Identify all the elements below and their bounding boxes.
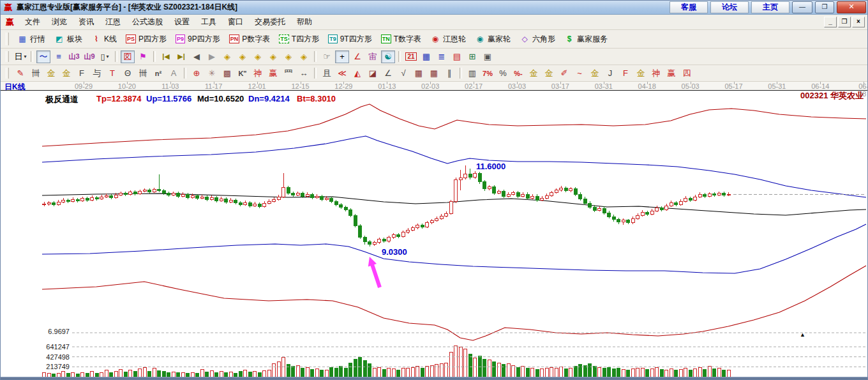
volume-bar — [459, 347, 462, 377]
candle-body — [564, 188, 567, 191]
candle-body — [196, 195, 199, 198]
volume-bar — [378, 367, 381, 377]
volume-bar — [315, 369, 318, 377]
candle-body — [325, 198, 328, 199]
candle-body — [430, 220, 433, 222]
candle-body — [158, 190, 161, 191]
volume-bar — [521, 367, 525, 377]
volume-bar — [593, 366, 596, 377]
candle-body — [560, 188, 563, 190]
candle-body — [550, 192, 553, 195]
candle-body — [574, 189, 577, 195]
candle-body — [373, 243, 376, 245]
scroll-marker-icon[interactable]: ▲ — [800, 331, 805, 338]
volume-bar — [172, 372, 175, 377]
volume-bar — [708, 366, 711, 377]
candle-body — [445, 213, 448, 216]
candle-body — [119, 193, 123, 195]
candle-body — [449, 202, 453, 213]
volume-bar — [507, 363, 510, 377]
candle-body — [220, 199, 223, 201]
window-bottom-edge — [1, 377, 867, 379]
dn-line — [42, 224, 866, 273]
candle-body — [727, 194, 730, 195]
volume-bar — [320, 370, 324, 377]
volume-bar — [646, 369, 649, 377]
candle-body — [483, 182, 486, 189]
candle-body — [225, 199, 228, 202]
volume-bar — [493, 362, 496, 377]
volume-bar — [698, 367, 701, 377]
candle-body — [66, 200, 70, 201]
volume-bar — [569, 369, 572, 377]
candle-body — [694, 197, 697, 200]
legend-item: Md=10.6520 — [197, 94, 244, 103]
chart-canvas[interactable]: 11.60009.0300 — [1, 1, 868, 380]
candle-body — [340, 204, 343, 207]
price-annotation: 11.6000 — [476, 162, 505, 171]
candle-body — [497, 192, 500, 194]
candle-body — [627, 220, 630, 223]
candle-body — [631, 218, 634, 223]
candle-body — [368, 242, 371, 245]
volume-bar — [210, 370, 213, 377]
candle-body — [675, 202, 678, 204]
candle-body — [71, 199, 75, 201]
volume-bar — [421, 369, 424, 377]
volume-bar — [622, 369, 625, 377]
candle-body — [387, 238, 391, 241]
candle-body — [555, 190, 558, 193]
candle-body — [62, 200, 65, 202]
volume-bar — [138, 369, 142, 377]
volume-bar — [694, 369, 697, 377]
volume-bar — [330, 367, 333, 377]
candle-body — [200, 197, 204, 198]
bt-line — [42, 266, 866, 340]
volume-bar — [387, 368, 391, 377]
volume-bar — [143, 367, 146, 377]
volume-bar — [717, 369, 721, 377]
volume-bar — [574, 367, 577, 377]
volume-bar — [407, 368, 410, 377]
candle-body — [579, 194, 582, 199]
candle-body — [378, 239, 381, 243]
candle-body — [416, 225, 419, 228]
candle-body — [229, 200, 232, 202]
volume-bar — [296, 365, 299, 377]
candle-body — [292, 193, 295, 195]
candle-body — [703, 194, 707, 196]
candle-body — [646, 212, 649, 214]
volume-bar — [679, 369, 682, 377]
volume-bar — [583, 365, 587, 377]
volume-bar — [340, 367, 343, 377]
candle-body — [407, 230, 410, 232]
candle-body — [459, 178, 462, 179]
candle-body — [660, 208, 663, 209]
candle-body — [454, 179, 458, 202]
candle-body — [100, 197, 103, 199]
arrow-head — [368, 257, 377, 266]
candle-body — [617, 220, 620, 222]
volume-bar — [273, 363, 276, 377]
volume-bar — [435, 365, 438, 377]
candle-body — [258, 204, 261, 206]
candle-body — [717, 193, 721, 195]
volume-bar — [660, 369, 663, 377]
volume-bar — [445, 363, 448, 377]
volume-bar — [354, 359, 357, 377]
volume-bar — [306, 367, 309, 377]
candle-body — [602, 208, 606, 213]
candle-body — [172, 193, 175, 195]
volume-bar — [239, 371, 242, 377]
candle-body — [47, 202, 50, 204]
price-annotation: 9.0300 — [382, 247, 407, 257]
candle-body — [583, 199, 587, 203]
candle-body — [287, 188, 290, 194]
volume-bar — [526, 369, 529, 377]
volume-bar — [474, 358, 477, 377]
candle-body — [641, 212, 644, 215]
volume-bar — [148, 371, 151, 377]
volume-bar — [114, 371, 117, 377]
candle-body — [593, 207, 596, 210]
volume-bar — [43, 372, 46, 377]
